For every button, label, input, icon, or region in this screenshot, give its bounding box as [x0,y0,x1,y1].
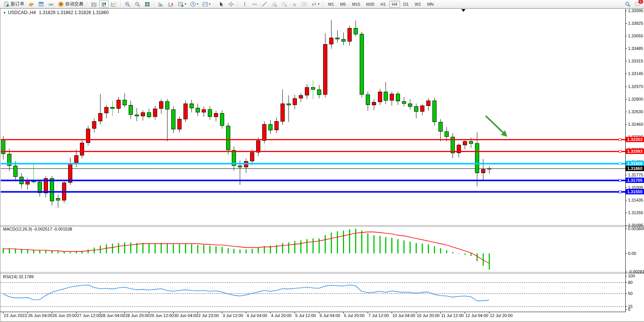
toolbar-separator [120,1,121,7]
trading-terminal-window: 新订单自动交易▾▾▾EFAT▾ M1M5M15M30H1H4D1W1MN 1 ▼… [0,0,644,322]
trendline-button[interactable] [260,0,269,8]
main-toolbar: 新订单自动交易▾▾▾EFAT▾ M1M5M15M30H1H4D1W1MN 1 [0,0,644,8]
zoom-out-button[interactable] [133,0,142,8]
new-chart-button[interactable]: ▾ [176,0,188,8]
timeframe-h1-button[interactable]: H1 [378,1,388,8]
price-chart-canvas[interactable] [0,0,644,322]
chevron-down-icon[interactable]: ▾ [197,2,198,6]
timeframe-m1-button[interactable]: M1 [325,1,336,8]
notification-badge: 1 [638,0,643,4]
toolbar-separator [323,1,324,7]
auto-trading-label: 自动交易 [65,1,83,7]
timeframe-h4-button[interactable]: H4 [389,1,400,8]
zoom-in-icon [124,1,131,7]
autoscroll-icon [158,1,164,7]
bar-chart-button[interactable] [89,0,99,8]
toolbar-separator [214,1,215,7]
rsi-indicator-label: RSI(14) 32.1789 [3,274,34,279]
chevron-down-icon[interactable]: ▾ [318,2,319,6]
shift-icon [168,1,174,7]
window-icon [38,1,44,7]
line-icon [111,1,117,7]
fibonacci-button[interactable]: F [280,0,289,8]
bars-icon [91,1,97,7]
chart-title: ▼USDCAD-,H41.31828 1.31862 1.31826 1.318… [3,10,109,15]
chart-shift-button[interactable] [166,0,175,8]
toolbar-separator [87,1,88,7]
trend-icon [261,1,268,7]
candlestick-chart-button[interactable] [99,0,108,8]
zoom-out-icon [134,1,140,7]
zoom-in-button[interactable] [123,0,132,8]
timeframe-mn-button[interactable]: MN [424,1,436,8]
chart-plus-icon [178,1,184,7]
timeframe-d1-button[interactable]: D1 [401,1,411,8]
crosshair-icon [228,1,234,7]
new-order-label: 新订单 [11,1,24,7]
auto-scroll-button[interactable] [156,0,166,8]
svg-text:T: T [303,3,305,6]
search-button[interactable] [623,0,632,8]
toolbar-separator [154,1,155,7]
cursor-icon [218,1,224,7]
notifications-button[interactable]: 1 [633,0,642,8]
timeframe-m30-button[interactable]: M30 [363,1,377,8]
autotrade-icon [58,1,64,7]
auto-trading-button[interactable]: 自动交易 [56,0,85,8]
timeframe-w1-button[interactable]: W1 [412,1,424,8]
chevron-down-icon[interactable]: ▾ [185,2,186,6]
new-order-button[interactable]: 新订单 [2,0,26,8]
timeframe-m5-button[interactable]: M5 [337,1,348,8]
tiles-icon [144,1,150,7]
signal-icon [48,1,54,7]
arrow-obj-icon [311,1,317,7]
horizontal-line-button[interactable] [250,0,259,8]
doc-plus-icon [3,1,10,7]
svg-text:A: A [293,2,296,7]
line-chart-button[interactable] [109,0,118,8]
toolbar-right-group: 1 [623,0,642,8]
labelT-icon: T [301,1,307,7]
chevron-down-icon[interactable]: ▾ [209,2,210,6]
timeframe-m15-button[interactable]: M15 [349,1,363,8]
arrows-button[interactable]: ▾ [309,0,321,8]
svg-text:F: F [285,5,287,7]
toolbar-left-group: 新订单自动交易▾▾▾EFAT▾ [2,0,325,8]
text-label-button[interactable]: T [300,0,309,8]
vline-icon [242,1,248,7]
one-click-trading-toggle-icon[interactable]: ▼ [3,11,6,14]
search-icon [625,1,631,7]
cursor-button[interactable] [217,0,226,8]
crosshair-button[interactable] [226,0,236,8]
textA-icon: A [291,1,297,7]
text-button[interactable]: A [290,0,299,8]
templates-button[interactable]: ▾ [201,0,212,8]
gold-bar-icon [28,1,34,7]
periods-button[interactable]: ▾ [188,0,200,8]
data-window-button[interactable] [37,0,46,8]
symbol-period-label: USDCAD-,H4 [8,10,36,15]
hline-icon [252,1,258,7]
fibo-icon: F [281,1,287,7]
tile-windows-button[interactable] [143,0,152,8]
market-watch-button[interactable] [27,0,36,8]
equidistant-channel-button[interactable]: E [270,0,279,8]
signals-button[interactable] [46,0,56,8]
macd-indicator-label: MACD(12,26,9) -0.002517 -0.001538 [3,227,72,231]
svg-text:E: E [275,4,277,7]
vertical-line-button[interactable] [240,0,249,8]
ohlc-values: 1.31828 1.31862 1.31826 1.31860 [39,10,109,15]
channel-icon: E [271,1,277,7]
toolbar-separator [238,1,238,7]
candles-icon [101,1,107,7]
template-icon [202,1,208,7]
timeframe-group: M1M5M15M30H1H4D1W1MN [325,0,437,8]
clock-icon [190,1,196,7]
